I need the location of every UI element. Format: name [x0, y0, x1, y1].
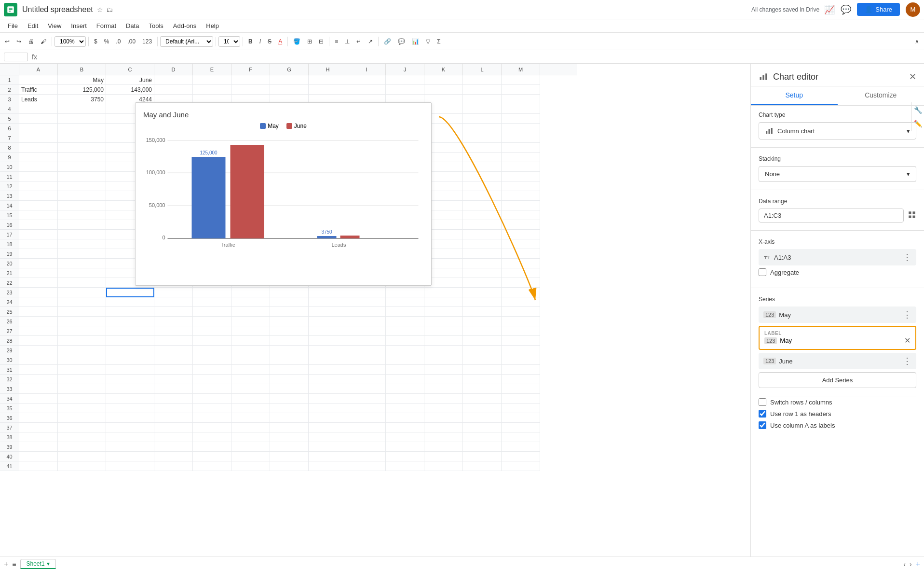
grid-cell[interactable]	[463, 375, 502, 384]
grid-cell[interactable]	[106, 355, 154, 365]
grid-cell[interactable]	[58, 461, 106, 471]
grid-cell[interactable]	[58, 307, 106, 317]
share-button[interactable]: 👤 Share	[857, 3, 900, 16]
grid-cell[interactable]	[19, 172, 58, 181]
row-number[interactable]: 38	[0, 432, 19, 442]
menu-file[interactable]: File	[4, 21, 22, 30]
grid-cell[interactable]	[106, 365, 154, 375]
grid-cell[interactable]	[19, 307, 58, 317]
grid-cell[interactable]	[58, 239, 106, 249]
grid-cell[interactable]	[463, 307, 502, 317]
row-number[interactable]: 6	[0, 124, 19, 133]
fill-color-button[interactable]: 🪣	[290, 37, 303, 46]
grid-cell[interactable]	[502, 172, 540, 181]
grid-cell[interactable]	[347, 365, 386, 375]
sheet1-tab[interactable]: Sheet1 ▾	[20, 559, 56, 569]
grid-cell[interactable]	[270, 365, 309, 375]
grid-cell[interactable]	[270, 336, 309, 346]
grid-cell[interactable]: May	[58, 75, 106, 85]
grid-cell[interactable]	[193, 346, 231, 355]
add-sheet-bottom-button[interactable]: +	[916, 560, 920, 569]
grid-cell[interactable]	[386, 297, 424, 307]
grid-cell[interactable]	[106, 336, 154, 346]
grid-cell[interactable]	[502, 317, 540, 326]
grid-cell[interactable]	[309, 404, 347, 413]
grid-cell[interactable]	[463, 124, 502, 133]
grid-cell[interactable]	[58, 404, 106, 413]
grid-cell[interactable]	[154, 375, 193, 384]
grid-cell[interactable]	[231, 75, 270, 85]
print-button[interactable]: 🖨	[25, 37, 37, 46]
grid-cell[interactable]	[58, 346, 106, 355]
x-axis-more-button[interactable]: ⋮	[903, 252, 911, 263]
star-icon[interactable]: ☆	[97, 6, 103, 14]
col-header-K[interactable]: K	[424, 64, 463, 75]
grid-cell[interactable]	[502, 452, 540, 461]
grid-cell[interactable]	[424, 288, 463, 297]
grid-cell[interactable]	[309, 432, 347, 442]
grid-cell[interactable]	[270, 461, 309, 471]
grid-cell[interactable]	[502, 162, 540, 172]
row-number[interactable]: 28	[0, 336, 19, 346]
grid-cell[interactable]	[193, 307, 231, 317]
row-number[interactable]: 9	[0, 153, 19, 162]
grid-cell[interactable]	[193, 317, 231, 326]
close-panel-button[interactable]: ✕	[909, 71, 916, 82]
grid-cell[interactable]	[386, 442, 424, 452]
grid-cell[interactable]	[463, 423, 502, 432]
menu-insert[interactable]: Insert	[67, 21, 91, 30]
grid-cell[interactable]	[309, 442, 347, 452]
grid-cell[interactable]	[231, 375, 270, 384]
grid-cell[interactable]	[502, 336, 540, 346]
grid-cell[interactable]	[154, 413, 193, 423]
grid-cell[interactable]	[502, 153, 540, 162]
grid-cell[interactable]	[347, 404, 386, 413]
grid-cell[interactable]	[231, 384, 270, 394]
grid-cell[interactable]	[106, 326, 154, 336]
grid-cell[interactable]	[463, 133, 502, 143]
grid-cell[interactable]	[19, 326, 58, 336]
grid-cell[interactable]	[347, 297, 386, 307]
grid-cell[interactable]	[19, 268, 58, 278]
grid-cell[interactable]	[463, 288, 502, 297]
grid-cell[interactable]	[58, 210, 106, 220]
col-header-J[interactable]: J	[386, 64, 424, 75]
grid-cell[interactable]	[386, 432, 424, 442]
grid-cell[interactable]	[58, 230, 106, 239]
row-number[interactable]: 22	[0, 278, 19, 288]
col-header-C[interactable]: C	[106, 64, 154, 75]
grid-cell[interactable]	[270, 297, 309, 307]
grid-cell[interactable]	[502, 239, 540, 249]
row-number[interactable]: 10	[0, 162, 19, 172]
row-number[interactable]: 21	[0, 268, 19, 278]
decimal-increase-button[interactable]: .00	[124, 37, 138, 46]
grid-cell[interactable]	[424, 317, 463, 326]
scroll-left-button[interactable]: ‹	[903, 560, 906, 569]
row-number[interactable]: 18	[0, 239, 19, 249]
data-range-input[interactable]	[759, 209, 904, 223]
bar-leads-june[interactable]	[340, 236, 360, 238]
chart-container[interactable]: May and June May June 150,000 100,000 50…	[135, 102, 432, 286]
grid-cell[interactable]	[502, 133, 540, 143]
grid-cell[interactable]	[231, 413, 270, 423]
grid-cell[interactable]	[386, 326, 424, 336]
grid-cell[interactable]	[19, 365, 58, 375]
row-number[interactable]: 4	[0, 104, 19, 114]
grid-cell[interactable]	[58, 365, 106, 375]
row-number[interactable]: 37	[0, 423, 19, 432]
grid-cell[interactable]	[154, 85, 193, 95]
add-series-button[interactable]: Add Series	[759, 372, 916, 388]
grid-cell[interactable]	[309, 423, 347, 432]
grid-cell[interactable]	[309, 461, 347, 471]
bar-traffic-june[interactable]	[231, 145, 264, 238]
grid-cell[interactable]: 125,000	[58, 85, 106, 95]
grid-cell[interactable]	[502, 432, 540, 442]
grid-cell[interactable]	[58, 394, 106, 404]
grid-cell[interactable]	[270, 75, 309, 85]
grid-cell[interactable]	[270, 317, 309, 326]
grid-cell[interactable]	[502, 442, 540, 452]
grid-cell[interactable]	[463, 317, 502, 326]
grid-cell[interactable]	[154, 452, 193, 461]
row-number[interactable]: 17	[0, 230, 19, 239]
grid-cell[interactable]	[58, 249, 106, 259]
